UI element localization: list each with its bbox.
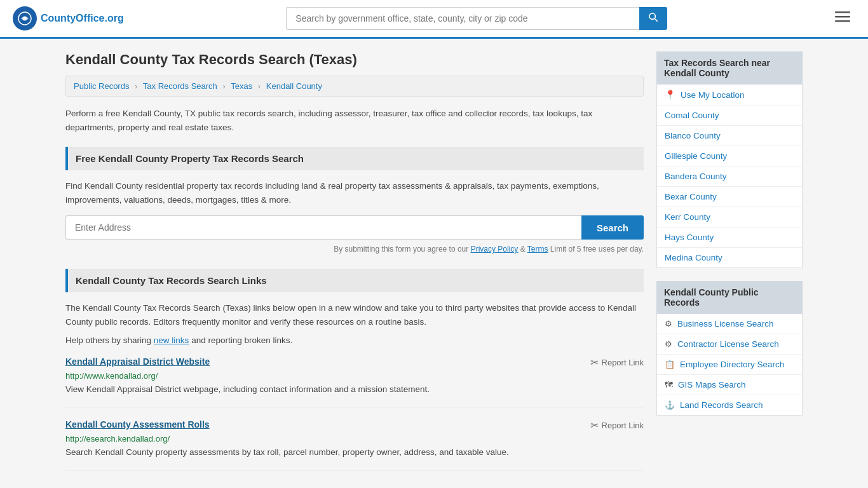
business-license-link[interactable]: Business License Search bbox=[677, 319, 774, 329]
gis-maps-link[interactable]: GIS Maps Search bbox=[678, 380, 746, 390]
address-search-button[interactable]: Search bbox=[581, 215, 644, 240]
sidebar-nearby-content: 📍 Use My Location Comal County Blanco Co… bbox=[656, 85, 803, 268]
property-search-section: Free Kendall County Property Tax Records… bbox=[65, 147, 644, 254]
use-location-item[interactable]: 📍 Use My Location bbox=[657, 85, 802, 105]
breadcrumb-tax-records-search[interactable]: Tax Records Search bbox=[143, 81, 217, 91]
property-section-header: Free Kendall County Property Tax Records… bbox=[65, 147, 644, 170]
location-pin-icon: 📍 bbox=[665, 90, 675, 100]
breadcrumb-texas[interactable]: Texas bbox=[231, 81, 252, 91]
sidebar-item-blanco[interactable]: Blanco County bbox=[657, 126, 802, 146]
kendall-appraisal-desc: View Kendall Appraisal District webpage,… bbox=[65, 383, 644, 396]
sidebar-public-records-content: ⚙ Business License Search ⚙ Contractor L… bbox=[656, 314, 803, 416]
property-description: Find Kendall County residential property… bbox=[65, 179, 644, 207]
svg-point-1 bbox=[23, 17, 27, 20]
report-link-button-0[interactable]: ✂ Report Link bbox=[590, 356, 644, 369]
page-title: Kendall County Tax Records Search (Texas… bbox=[65, 51, 644, 68]
sidebar-item-bexar[interactable]: Bexar County bbox=[657, 187, 802, 207]
links-section-header: Kendall County Tax Records Search Links bbox=[65, 269, 644, 292]
sidebar-item-land-records[interactable]: ⚓ Land Records Search bbox=[657, 395, 802, 415]
sidebar: Tax Records Search near Kendall County 📍… bbox=[656, 51, 803, 484]
breadcrumb-public-records[interactable]: Public Records bbox=[74, 81, 129, 91]
link-item: Kendall Appraisal District Website ✂ Rep… bbox=[65, 356, 644, 408]
sidebar-nearby-header: Tax Records Search near Kendall County bbox=[656, 51, 803, 85]
page-description: Perform a free Kendall County, TX public… bbox=[65, 107, 644, 134]
sidebar-item-gis-maps[interactable]: 🗺 GIS Maps Search bbox=[657, 375, 802, 395]
sidebar-item-hays[interactable]: Hays County bbox=[657, 227, 802, 248]
breadcrumb: Public Records › Tax Records Search › Te… bbox=[65, 76, 644, 97]
medina-county-link[interactable]: Medina County bbox=[665, 253, 722, 262]
sidebar-item-business-license[interactable]: ⚙ Business License Search bbox=[657, 314, 802, 334]
employee-directory-link[interactable]: Employee Directory Search bbox=[680, 360, 784, 369]
link-item: Kendall County Assessment Rolls ✂ Report… bbox=[65, 419, 644, 471]
form-disclaimer: By submitting this form you agree to our… bbox=[65, 245, 644, 254]
assessment-rolls-link[interactable]: Kendall County Assessment Rolls bbox=[65, 419, 210, 430]
sidebar-nearby-section: Tax Records Search near Kendall County 📍… bbox=[656, 51, 803, 268]
kendall-appraisal-link[interactable]: Kendall Appraisal District Website bbox=[65, 356, 210, 367]
sidebar-item-employee-directory[interactable]: 📋 Employee Directory Search bbox=[657, 355, 802, 375]
bexar-county-link[interactable]: Bexar County bbox=[665, 192, 717, 201]
sidebar-public-records-section: Kendall County Public Records ⚙ Business… bbox=[656, 281, 803, 416]
bandera-county-link[interactable]: Bandera County bbox=[665, 172, 727, 181]
svg-rect-4 bbox=[835, 11, 850, 13]
assessment-rolls-desc: Search Kendall County property assessmen… bbox=[65, 446, 644, 459]
report-link-button-1[interactable]: ✂ Report Link bbox=[590, 419, 644, 431]
logo-link[interactable]: CountyOffice.org bbox=[13, 6, 124, 30]
sidebar-item-gillespie[interactable]: Gillespie County bbox=[657, 146, 802, 166]
links-section: Kendall County Tax Records Search Links … bbox=[65, 269, 644, 471]
gear-icon-business: ⚙ bbox=[665, 319, 672, 329]
sidebar-public-records-header: Kendall County Public Records bbox=[656, 281, 803, 314]
svg-point-2 bbox=[649, 13, 655, 19]
anchor-icon-land: ⚓ bbox=[665, 400, 675, 410]
address-search-form: Search bbox=[65, 215, 644, 240]
logo-icon bbox=[13, 6, 37, 30]
header-search-button[interactable] bbox=[639, 7, 667, 30]
hays-county-link[interactable]: Hays County bbox=[665, 233, 714, 242]
sidebar-item-contractor-license[interactable]: ⚙ Contractor License Search bbox=[657, 334, 802, 355]
address-input[interactable] bbox=[65, 215, 581, 240]
svg-line-3 bbox=[654, 18, 658, 22]
privacy-policy-link[interactable]: Privacy Policy bbox=[471, 245, 519, 254]
new-links-link[interactable]: new links bbox=[154, 336, 189, 345]
use-location-text[interactable]: Use My Location bbox=[681, 90, 745, 100]
blanco-county-link[interactable]: Blanco County bbox=[665, 131, 721, 140]
report-icon-1: ✂ bbox=[590, 419, 599, 431]
header-search-input[interactable] bbox=[286, 7, 639, 30]
gear-icon-contractor: ⚙ bbox=[665, 339, 672, 349]
breadcrumb-kendall-county[interactable]: Kendall County bbox=[266, 81, 322, 91]
assessment-rolls-url[interactable]: http://esearch.kendallad.org/ bbox=[65, 434, 644, 444]
svg-rect-6 bbox=[835, 20, 850, 22]
kendall-appraisal-url[interactable]: http://www.kendallad.org/ bbox=[65, 371, 644, 381]
comal-county-link[interactable]: Comal County bbox=[665, 111, 719, 120]
header-search-bar bbox=[286, 7, 667, 30]
kerr-county-link[interactable]: Kerr County bbox=[665, 212, 710, 222]
page-container: Kendall County Tax Records Search (Texas… bbox=[53, 39, 815, 488]
sidebar-item-bandera[interactable]: Bandera County bbox=[657, 166, 802, 187]
book-icon-employee: 📋 bbox=[665, 360, 675, 369]
report-icon-0: ✂ bbox=[590, 356, 599, 369]
links-description: The Kendall County Tax Records Search (T… bbox=[65, 301, 644, 329]
sidebar-item-comal[interactable]: Comal County bbox=[657, 105, 802, 126]
main-content: Kendall County Tax Records Search (Texas… bbox=[65, 51, 644, 484]
logo-text: CountyOffice.org bbox=[41, 13, 124, 24]
svg-rect-5 bbox=[835, 16, 850, 18]
site-header: CountyOffice.org bbox=[0, 0, 868, 39]
land-records-link[interactable]: Land Records Search bbox=[680, 400, 763, 410]
contractor-license-link[interactable]: Contractor License Search bbox=[677, 339, 779, 349]
terms-link[interactable]: Terms bbox=[527, 245, 548, 254]
sidebar-item-kerr[interactable]: Kerr County bbox=[657, 207, 802, 227]
gillespie-county-link[interactable]: Gillespie County bbox=[665, 151, 727, 161]
hamburger-menu-button[interactable] bbox=[830, 8, 855, 29]
sidebar-item-medina[interactable]: Medina County bbox=[657, 248, 802, 268]
share-text: Help others by sharing new links and rep… bbox=[65, 336, 644, 345]
map-icon-gis: 🗺 bbox=[665, 380, 673, 390]
